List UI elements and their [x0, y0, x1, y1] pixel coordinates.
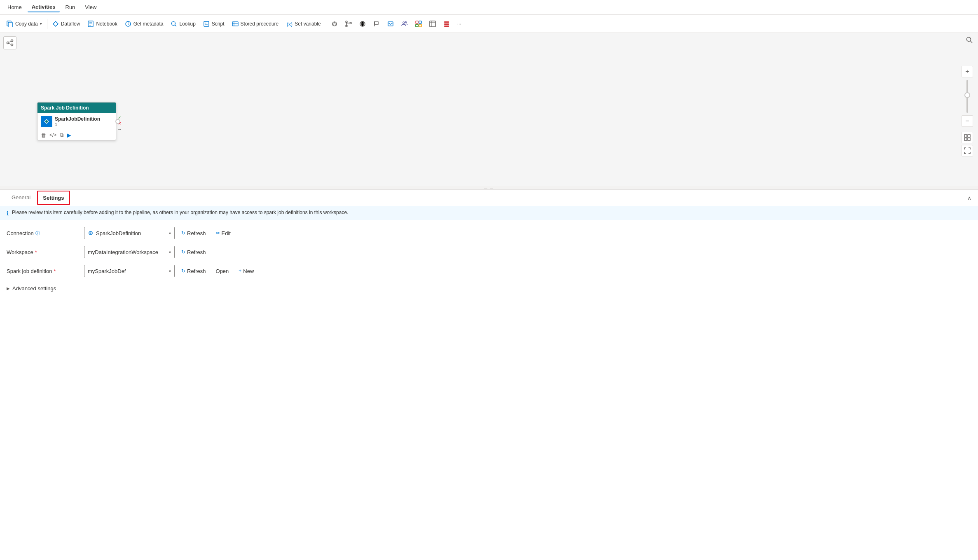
toolbar-icon-stack[interactable] — [440, 19, 453, 29]
connection-edit-btn[interactable]: ✏ Edit — [213, 229, 234, 238]
set-variable-icon: (x) — [286, 21, 292, 27]
spark-job-def-select[interactable]: mySparkJobDef ▾ — [84, 265, 175, 277]
spark-job-def-new-btn[interactable]: + New — [235, 266, 257, 276]
edit-icon: ✏ — [216, 230, 220, 236]
toolbar-script[interactable]: Script — [200, 19, 228, 29]
toolbar-stored-procedure[interactable]: Stored procedure — [229, 19, 282, 29]
zoom-controls: + − — [962, 66, 973, 156]
workspace-required: * — [35, 249, 37, 255]
connection-select[interactable]: SparkJobDefinition ▾ — [84, 227, 175, 239]
node-delete-btn[interactable]: 🗑 — [41, 132, 46, 138]
svg-line-23 — [333, 23, 335, 25]
svg-rect-55 — [968, 138, 970, 140]
pipeline-icon[interactable] — [3, 36, 16, 49]
svg-rect-40 — [419, 24, 421, 27]
panel-divider[interactable]: — — — [0, 186, 978, 189]
zoom-out-btn[interactable]: − — [962, 115, 973, 127]
refresh-icon-3: ↻ — [181, 268, 185, 274]
toolbar-dataflow[interactable]: Dataflow — [49, 19, 84, 29]
toolbar-sep-2 — [326, 19, 326, 29]
copy-data-icon — [7, 21, 13, 27]
bottom-panel: General Settings ∧ ℹ Please review this … — [0, 189, 978, 560]
svg-line-51 — [9, 43, 11, 44]
zoom-slider-thumb[interactable] — [964, 92, 970, 98]
svg-point-61 — [90, 233, 91, 234]
node-code-btn[interactable]: </> — [49, 132, 56, 138]
zoom-fit-btn[interactable] — [962, 132, 973, 143]
toolbar-notebook[interactable]: Notebook — [84, 19, 120, 29]
toolbar-icon-branch[interactable] — [342, 19, 355, 29]
svg-rect-12 — [204, 21, 209, 26]
node-footer: 🗑 </> ⧉ ▶ — [37, 130, 116, 140]
script-icon — [203, 21, 210, 27]
svg-rect-52 — [964, 135, 967, 137]
menu-view[interactable]: View — [81, 2, 101, 12]
spark-job-node[interactable]: Spark Job Definition SparkJobDefinition … — [37, 102, 116, 140]
svg-rect-39 — [416, 24, 418, 27]
copy-data-dropdown-icon: ▾ — [40, 22, 42, 26]
node-body: SparkJobDefinition 1 ✓ ✕ → — [37, 113, 116, 130]
workspace-label: Workspace * — [7, 249, 81, 255]
svg-point-21 — [332, 25, 333, 26]
node-right-connector[interactable] — [115, 119, 120, 124]
connection-info-icon: ⓘ — [35, 230, 40, 236]
node-icon — [41, 116, 52, 127]
svg-line-50 — [9, 41, 11, 42]
toolbar-set-variable[interactable]: (x) Set variable — [283, 19, 324, 29]
toolbar-icon-teams[interactable] — [398, 19, 411, 29]
tab-general[interactable]: General — [7, 191, 35, 205]
svg-line-57 — [971, 41, 973, 43]
toolbar-get-metadata[interactable]: Get metadata — [122, 19, 167, 29]
toolbar-copy-data[interactable]: Copy data ▾ — [3, 19, 45, 29]
toolbar-icon-globe[interactable] — [356, 19, 369, 29]
workspace-refresh-btn[interactable]: ↻ Refresh — [178, 247, 209, 257]
toolbar-sep-1 — [47, 19, 47, 29]
zoom-in-btn[interactable]: + — [962, 66, 973, 77]
get-metadata-icon — [125, 21, 131, 27]
settings-content: Connection ⓘ SparkJobDefinition ▾ ↻ Refr… — [0, 220, 978, 300]
canvas-search-btn[interactable] — [966, 36, 973, 45]
svg-line-11 — [175, 25, 177, 26]
menu-activities[interactable]: Activities — [28, 2, 60, 12]
pipeline-canvas[interactable]: + − Spark Job Definition — [0, 33, 978, 186]
toolbar-lookup[interactable]: Lookup — [167, 19, 199, 29]
connection-dropdown-icon: ▾ — [169, 231, 171, 236]
toolbar-icon-app[interactable] — [412, 19, 425, 29]
svg-point-9 — [128, 22, 129, 23]
svg-point-20 — [334, 22, 335, 23]
svg-point-49 — [11, 44, 13, 46]
svg-point-56 — [967, 37, 971, 42]
node-subtitle: 1 — [55, 122, 100, 127]
spark-job-def-open-btn[interactable]: Open — [213, 266, 232, 276]
zoom-slider-track — [966, 80, 968, 113]
toolbar-icon-outlook[interactable] — [384, 19, 397, 29]
connection-refresh-btn[interactable]: ↻ Refresh — [178, 229, 209, 238]
refresh-icon-2: ↻ — [181, 249, 185, 255]
svg-point-48 — [11, 40, 13, 42]
svg-point-27 — [350, 22, 351, 24]
new-icon: + — [239, 268, 241, 274]
spark-job-def-field-row: Spark job definition * mySparkJobDef ▾ ↻… — [7, 265, 971, 277]
node-run-btn[interactable]: ▶ — [67, 132, 71, 138]
menu-home[interactable]: Home — [3, 2, 26, 12]
panel-tabs: General Settings ∧ — [0, 190, 978, 206]
advanced-settings-chevron-icon: ▶ — [7, 286, 10, 291]
menu-run[interactable]: Run — [61, 2, 80, 12]
advanced-settings-toggle[interactable]: ▶ Advanced settings — [7, 284, 971, 293]
panel-collapse-btn[interactable]: ∧ — [967, 195, 971, 201]
toolbar-icon-table[interactable] — [426, 19, 439, 29]
node-arrow-btn[interactable]: → — [116, 126, 123, 132]
node-copy-btn[interactable]: ⧉ — [60, 132, 63, 138]
more-icon: ··· — [457, 21, 461, 27]
info-banner-icon: ℹ — [7, 210, 9, 217]
toolbar-icon-hub[interactable] — [328, 19, 341, 29]
toolbar-more-btn[interactable]: ··· — [454, 19, 465, 28]
svg-rect-34 — [388, 22, 393, 26]
toolbar-icon-flag[interactable] — [370, 19, 383, 29]
svg-point-47 — [7, 42, 9, 44]
info-banner: ℹ Please review this item carefully befo… — [0, 206, 978, 220]
tab-settings[interactable]: Settings — [37, 191, 70, 205]
zoom-screen-fit-btn[interactable] — [962, 145, 973, 156]
spark-job-def-refresh-btn[interactable]: ↻ Refresh — [178, 266, 209, 276]
workspace-select[interactable]: myDataIntegrationWorkspace ▾ — [84, 246, 175, 258]
